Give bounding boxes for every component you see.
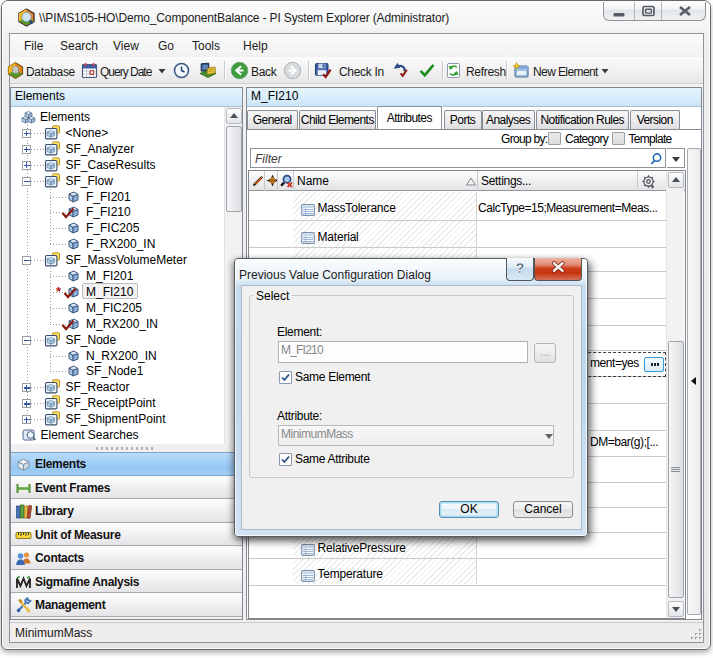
svg-text:?: ? [516,260,525,276]
